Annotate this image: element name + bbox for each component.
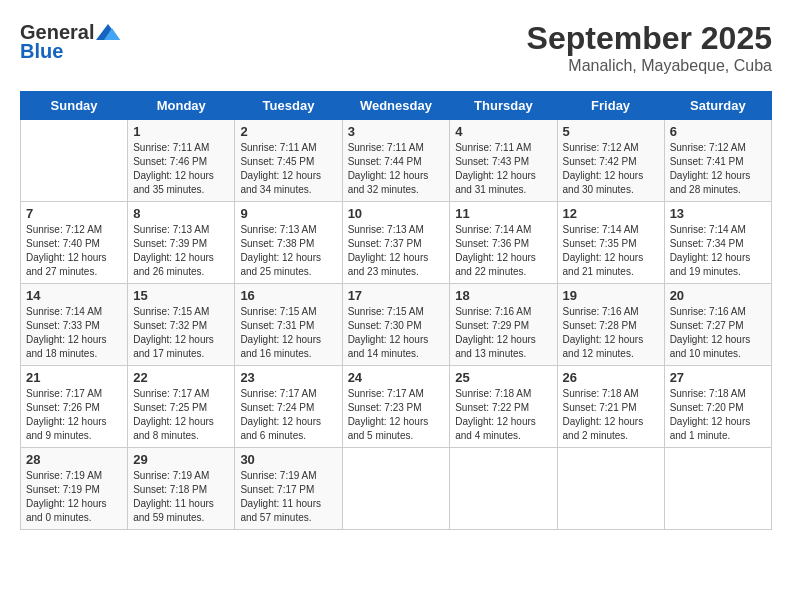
day-info: Sunrise: 7:12 AM Sunset: 7:40 PM Dayligh… [26,223,122,279]
calendar-cell: 21Sunrise: 7:17 AM Sunset: 7:26 PM Dayli… [21,366,128,448]
calendar-cell [450,448,557,530]
week-row-1: 1Sunrise: 7:11 AM Sunset: 7:46 PM Daylig… [21,120,772,202]
calendar-cell: 12Sunrise: 7:14 AM Sunset: 7:35 PM Dayli… [557,202,664,284]
day-number: 18 [455,288,551,303]
calendar-cell: 2Sunrise: 7:11 AM Sunset: 7:45 PM Daylig… [235,120,342,202]
month-title: September 2025 [527,20,772,57]
logo-icon [96,20,120,44]
calendar-cell: 25Sunrise: 7:18 AM Sunset: 7:22 PM Dayli… [450,366,557,448]
day-info: Sunrise: 7:18 AM Sunset: 7:22 PM Dayligh… [455,387,551,443]
calendar-cell: 5Sunrise: 7:12 AM Sunset: 7:42 PM Daylig… [557,120,664,202]
day-info: Sunrise: 7:11 AM Sunset: 7:46 PM Dayligh… [133,141,229,197]
day-info: Sunrise: 7:16 AM Sunset: 7:27 PM Dayligh… [670,305,766,361]
day-number: 26 [563,370,659,385]
day-number: 28 [26,452,122,467]
dow-sunday: Sunday [21,92,128,120]
day-number: 16 [240,288,336,303]
calendar-cell: 6Sunrise: 7:12 AM Sunset: 7:41 PM Daylig… [664,120,771,202]
calendar-cell: 22Sunrise: 7:17 AM Sunset: 7:25 PM Dayli… [128,366,235,448]
calendar-cell: 11Sunrise: 7:14 AM Sunset: 7:36 PM Dayli… [450,202,557,284]
location: Manalich, Mayabeque, Cuba [527,57,772,75]
title-block: September 2025 Manalich, Mayabeque, Cuba [527,20,772,75]
day-number: 14 [26,288,122,303]
calendar-cell [557,448,664,530]
calendar-cell: 15Sunrise: 7:15 AM Sunset: 7:32 PM Dayli… [128,284,235,366]
day-info: Sunrise: 7:18 AM Sunset: 7:20 PM Dayligh… [670,387,766,443]
day-number: 29 [133,452,229,467]
day-info: Sunrise: 7:11 AM Sunset: 7:43 PM Dayligh… [455,141,551,197]
calendar-cell: 3Sunrise: 7:11 AM Sunset: 7:44 PM Daylig… [342,120,450,202]
calendar-cell [21,120,128,202]
day-number: 11 [455,206,551,221]
calendar-cell [342,448,450,530]
day-info: Sunrise: 7:13 AM Sunset: 7:38 PM Dayligh… [240,223,336,279]
week-row-3: 14Sunrise: 7:14 AM Sunset: 7:33 PM Dayli… [21,284,772,366]
calendar: SundayMondayTuesdayWednesdayThursdayFrid… [20,91,772,530]
dow-wednesday: Wednesday [342,92,450,120]
calendar-cell: 1Sunrise: 7:11 AM Sunset: 7:46 PM Daylig… [128,120,235,202]
calendar-cell: 23Sunrise: 7:17 AM Sunset: 7:24 PM Dayli… [235,366,342,448]
day-number: 12 [563,206,659,221]
day-info: Sunrise: 7:17 AM Sunset: 7:26 PM Dayligh… [26,387,122,443]
day-info: Sunrise: 7:16 AM Sunset: 7:29 PM Dayligh… [455,305,551,361]
calendar-cell: 18Sunrise: 7:16 AM Sunset: 7:29 PM Dayli… [450,284,557,366]
calendar-cell: 4Sunrise: 7:11 AM Sunset: 7:43 PM Daylig… [450,120,557,202]
day-info: Sunrise: 7:13 AM Sunset: 7:39 PM Dayligh… [133,223,229,279]
days-of-week-row: SundayMondayTuesdayWednesdayThursdayFrid… [21,92,772,120]
day-number: 4 [455,124,551,139]
week-row-4: 21Sunrise: 7:17 AM Sunset: 7:26 PM Dayli… [21,366,772,448]
day-info: Sunrise: 7:16 AM Sunset: 7:28 PM Dayligh… [563,305,659,361]
day-number: 13 [670,206,766,221]
calendar-cell: 13Sunrise: 7:14 AM Sunset: 7:34 PM Dayli… [664,202,771,284]
day-info: Sunrise: 7:19 AM Sunset: 7:17 PM Dayligh… [240,469,336,525]
day-info: Sunrise: 7:17 AM Sunset: 7:24 PM Dayligh… [240,387,336,443]
day-info: Sunrise: 7:15 AM Sunset: 7:32 PM Dayligh… [133,305,229,361]
day-number: 10 [348,206,445,221]
calendar-cell: 20Sunrise: 7:16 AM Sunset: 7:27 PM Dayli… [664,284,771,366]
day-info: Sunrise: 7:17 AM Sunset: 7:23 PM Dayligh… [348,387,445,443]
dow-friday: Friday [557,92,664,120]
calendar-cell: 28Sunrise: 7:19 AM Sunset: 7:19 PM Dayli… [21,448,128,530]
day-info: Sunrise: 7:15 AM Sunset: 7:30 PM Dayligh… [348,305,445,361]
day-number: 15 [133,288,229,303]
day-info: Sunrise: 7:13 AM Sunset: 7:37 PM Dayligh… [348,223,445,279]
day-number: 5 [563,124,659,139]
calendar-cell: 16Sunrise: 7:15 AM Sunset: 7:31 PM Dayli… [235,284,342,366]
day-number: 1 [133,124,229,139]
day-number: 9 [240,206,336,221]
day-info: Sunrise: 7:19 AM Sunset: 7:18 PM Dayligh… [133,469,229,525]
calendar-cell: 9Sunrise: 7:13 AM Sunset: 7:38 PM Daylig… [235,202,342,284]
week-row-5: 28Sunrise: 7:19 AM Sunset: 7:19 PM Dayli… [21,448,772,530]
day-number: 8 [133,206,229,221]
dow-saturday: Saturday [664,92,771,120]
day-number: 27 [670,370,766,385]
calendar-cell: 27Sunrise: 7:18 AM Sunset: 7:20 PM Dayli… [664,366,771,448]
day-info: Sunrise: 7:17 AM Sunset: 7:25 PM Dayligh… [133,387,229,443]
calendar-cell: 26Sunrise: 7:18 AM Sunset: 7:21 PM Dayli… [557,366,664,448]
calendar-body: 1Sunrise: 7:11 AM Sunset: 7:46 PM Daylig… [21,120,772,530]
day-info: Sunrise: 7:11 AM Sunset: 7:44 PM Dayligh… [348,141,445,197]
day-number: 25 [455,370,551,385]
day-number: 19 [563,288,659,303]
day-info: Sunrise: 7:14 AM Sunset: 7:34 PM Dayligh… [670,223,766,279]
calendar-cell: 30Sunrise: 7:19 AM Sunset: 7:17 PM Dayli… [235,448,342,530]
day-number: 2 [240,124,336,139]
calendar-cell: 29Sunrise: 7:19 AM Sunset: 7:18 PM Dayli… [128,448,235,530]
day-number: 17 [348,288,445,303]
calendar-cell: 10Sunrise: 7:13 AM Sunset: 7:37 PM Dayli… [342,202,450,284]
calendar-cell: 19Sunrise: 7:16 AM Sunset: 7:28 PM Dayli… [557,284,664,366]
day-number: 30 [240,452,336,467]
day-info: Sunrise: 7:18 AM Sunset: 7:21 PM Dayligh… [563,387,659,443]
dow-tuesday: Tuesday [235,92,342,120]
day-info: Sunrise: 7:15 AM Sunset: 7:31 PM Dayligh… [240,305,336,361]
day-info: Sunrise: 7:12 AM Sunset: 7:41 PM Dayligh… [670,141,766,197]
day-info: Sunrise: 7:19 AM Sunset: 7:19 PM Dayligh… [26,469,122,525]
logo-blue: Blue [20,40,63,63]
day-number: 6 [670,124,766,139]
day-number: 3 [348,124,445,139]
day-number: 21 [26,370,122,385]
dow-monday: Monday [128,92,235,120]
calendar-cell [664,448,771,530]
day-number: 22 [133,370,229,385]
calendar-cell: 14Sunrise: 7:14 AM Sunset: 7:33 PM Dayli… [21,284,128,366]
